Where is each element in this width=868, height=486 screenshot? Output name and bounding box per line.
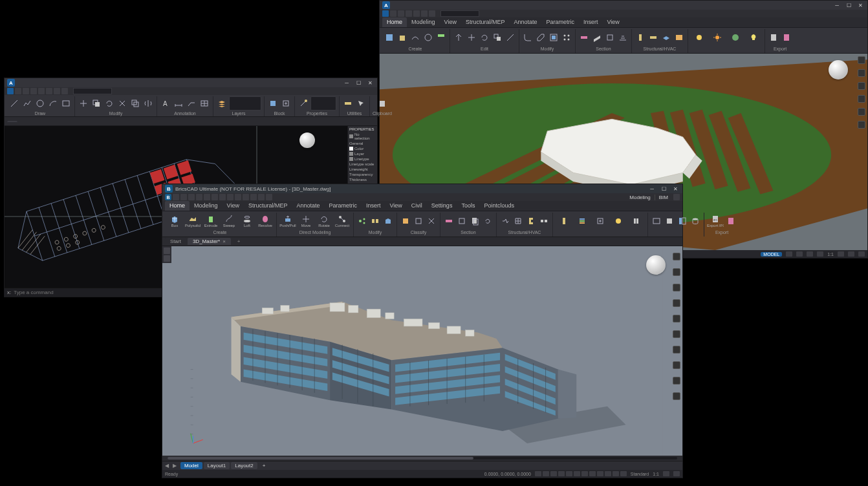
slice-tool-icon[interactable] — [505, 30, 516, 45]
ribbon-tab-annotate[interactable]: Annotate — [292, 201, 324, 211]
ribbon-tab-tools[interactable]: Tools — [457, 201, 479, 211]
nav-walk-icon[interactable] — [858, 121, 865, 129]
status-snap-toggle[interactable] — [796, 251, 803, 257]
flatten-tool-icon[interactable] — [617, 30, 629, 45]
prop-row[interactable]: Linetype scale — [349, 162, 376, 166]
viewcube-icon[interactable] — [646, 255, 666, 275]
sun-tool-icon[interactable] — [709, 30, 726, 45]
dim-tool-icon[interactable] — [173, 96, 184, 111]
structure-panel-icon[interactable] — [164, 255, 170, 262]
revolve-tool-icon[interactable]: Revolve — [257, 213, 274, 229]
unclassify-icon[interactable] — [426, 214, 437, 228]
offset-tool-icon[interactable] — [129, 96, 141, 111]
export-bcf-icon[interactable] — [725, 214, 737, 228]
nav-pan-icon[interactable] — [673, 268, 680, 276]
ribbon-tab-view[interactable]: View — [222, 201, 244, 211]
status-grid-toggle[interactable] — [786, 251, 792, 257]
qat-cut-icon[interactable] — [219, 194, 226, 200]
copy-tool-icon[interactable] — [91, 96, 102, 111]
home-view-icon[interactable] — [164, 248, 170, 254]
horizontal-scrollbar[interactable] — [162, 456, 682, 461]
status-clean-toggle[interactable] — [673, 471, 680, 476]
titlebar[interactable]: B BricsCAD Ultimate (NOT FOR RESALE Lice… — [162, 184, 682, 193]
prop-row[interactable]: No selection — [349, 132, 376, 140]
status-scale[interactable]: 1:1 — [827, 252, 834, 257]
qat-help-icon[interactable] — [673, 194, 680, 200]
measure-tool-icon[interactable] — [342, 96, 354, 111]
qat-explorer-icon[interactable] — [266, 194, 272, 200]
props-color-dropdown[interactable] — [310, 96, 336, 111]
app-menu-button[interactable]: B — [165, 194, 171, 200]
nav-grid-icon[interactable] — [673, 377, 680, 385]
prop-row[interactable]: Layer — [349, 152, 376, 156]
box-tool-icon[interactable] — [384, 30, 395, 45]
viewcube-icon[interactable] — [829, 60, 848, 79]
status-ortho-toggle[interactable] — [807, 251, 813, 257]
lights-tool-icon[interactable] — [745, 30, 762, 45]
arc-tool-icon[interactable] — [47, 96, 59, 111]
rotate-tool-icon[interactable] — [479, 30, 490, 45]
qat-open-icon[interactable] — [23, 88, 29, 94]
layout-tab-model[interactable]: Model — [180, 462, 202, 469]
extrude-tool-icon[interactable]: Extrude — [202, 213, 219, 229]
nav-pan-icon[interactable] — [858, 69, 865, 77]
qat-search-input[interactable] — [440, 10, 479, 17]
qat-save-icon[interactable] — [188, 194, 195, 200]
qat-redo-icon[interactable] — [212, 194, 218, 200]
ribbon-tab-parametric[interactable]: Parametric — [324, 201, 362, 211]
status-snap-toggle[interactable] — [535, 471, 541, 476]
app-menu-button[interactable] — [382, 10, 389, 17]
section-tool-icon[interactable] — [578, 30, 590, 45]
materials-tool-icon[interactable] — [727, 30, 744, 45]
trim-tool-icon[interactable] — [116, 96, 128, 111]
nav-ucs-icon[interactable] — [673, 361, 680, 369]
polyline-tool-icon[interactable] — [21, 96, 33, 111]
qat-paste-icon[interactable] — [235, 194, 241, 200]
drawingview-icon[interactable] — [651, 214, 662, 228]
text-tool-icon[interactable]: A — [160, 96, 171, 111]
status-model-badge[interactable]: MODEL — [761, 252, 782, 257]
connections-tool-icon[interactable] — [538, 214, 550, 228]
close-button[interactable]: ✕ — [365, 79, 374, 86]
status-grid-toggle[interactable] — [543, 471, 549, 476]
scrollbar-thumb[interactable] — [168, 457, 473, 460]
status-polar-toggle[interactable] — [558, 471, 565, 476]
file-tab-active[interactable]: 3D_Master*× — [188, 238, 231, 245]
status-lwt-toggle[interactable] — [581, 471, 588, 476]
qat-plot-icon[interactable] — [429, 10, 435, 17]
classify-auto-icon[interactable] — [400, 214, 411, 228]
live-section-icon[interactable] — [604, 30, 616, 45]
ribbon-tab-civil[interactable]: Civil — [407, 201, 427, 211]
ribbon-tab-pointclouds[interactable]: Pointclouds — [479, 201, 519, 211]
move-tool-icon[interactable] — [466, 30, 477, 45]
automatch-tool-icon[interactable] — [369, 214, 381, 228]
qat-save-icon[interactable] — [406, 10, 412, 17]
library-icon[interactable] — [628, 213, 645, 229]
qat-props-icon[interactable] — [258, 194, 265, 200]
qat-saveas-icon[interactable] — [38, 88, 45, 94]
qat-new-icon[interactable] — [173, 194, 179, 200]
create-block-icon[interactable] — [280, 96, 292, 111]
slab-tool-icon[interactable] — [660, 30, 672, 45]
bimify-tool-icon[interactable] — [382, 214, 394, 228]
status-ortho-toggle[interactable] — [550, 471, 557, 476]
ribbon-tab[interactable]: Modeling — [407, 17, 440, 27]
polysolid-tool-icon[interactable]: Polysolid — [184, 213, 201, 229]
nav-home-icon[interactable] — [858, 56, 865, 64]
qat-undo-icon[interactable] — [54, 88, 60, 94]
maximize-button[interactable]: ☐ — [844, 2, 853, 8]
layout-nav-prev-icon[interactable]: ◀ — [165, 463, 171, 469]
export-ifc-icon[interactable]: IFCExport IFC — [707, 213, 724, 229]
ribbon-tab-insert[interactable]: Insert — [362, 201, 385, 211]
nav-zoom-icon[interactable] — [673, 299, 680, 307]
prop-row[interactable]: Thickness — [349, 178, 376, 182]
scale-tool-icon[interactable] — [492, 30, 503, 45]
workspace-label[interactable]: Modeling — [627, 195, 653, 200]
lookfrom-icon[interactable] — [673, 253, 680, 260]
fillet-tool-icon[interactable] — [522, 30, 534, 45]
qat-plot-icon[interactable] — [46, 88, 52, 94]
status-esnap-toggle[interactable] — [566, 471, 572, 476]
file-tab-add[interactable]: + — [232, 238, 246, 245]
classify-manual-icon[interactable] — [413, 214, 424, 228]
shell-tool-icon[interactable] — [548, 30, 559, 45]
